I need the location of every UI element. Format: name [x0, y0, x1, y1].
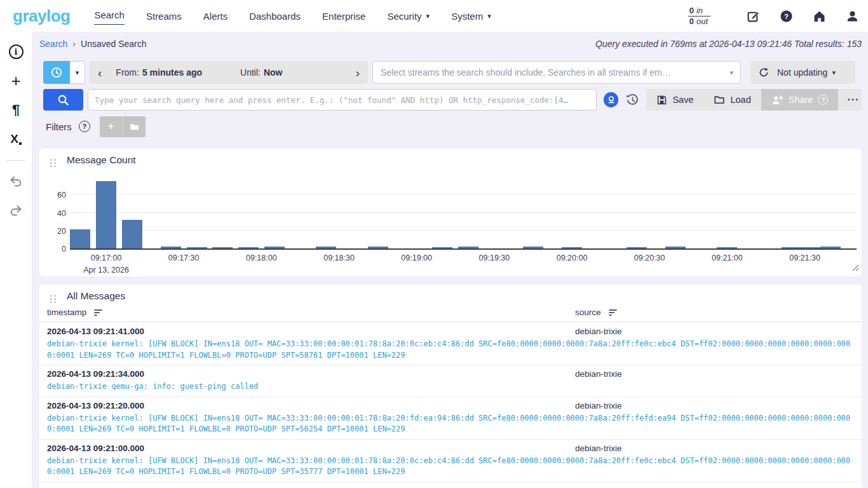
clock-icon	[50, 66, 63, 79]
info-icon[interactable]: i	[6, 42, 25, 61]
chart-bar[interactable]	[782, 247, 802, 248]
chart-bar[interactable]	[562, 247, 582, 248]
message-text: debian-trixie kernel: [UFW BLOCK] IN=ens…	[47, 339, 854, 361]
timerange-next-button[interactable]: ›	[356, 67, 360, 79]
timerange-button[interactable]	[43, 61, 70, 84]
refresh-interval-dropdown[interactable]: Not updating ▾	[777, 67, 836, 78]
folder-icon	[714, 94, 725, 105]
timerange-dropdown-button[interactable]: ▾	[70, 61, 85, 84]
graylog-logo[interactable]: graylog	[13, 6, 70, 26]
home-icon[interactable]	[812, 9, 826, 23]
search-button[interactable]	[43, 89, 83, 111]
x-tick-label: 09:20:30	[634, 254, 665, 262]
load-filter-button[interactable]	[123, 116, 146, 137]
fields-icon[interactable]: X	[6, 130, 25, 149]
message-row[interactable]: 2026-04-13 09:20:48.000 debian-trixie	[39, 482, 862, 488]
chart-bar[interactable]	[432, 247, 452, 248]
chart-gridline	[70, 194, 857, 194]
message-row[interactable]: 2026-04-13 09:21:20.000 debian-trixie ke…	[39, 397, 862, 440]
nav-system[interactable]: System▾	[451, 0, 491, 32]
redo-icon[interactable]	[6, 201, 25, 220]
chart-bar[interactable]	[264, 247, 285, 248]
message-row[interactable]: 2026-04-13 09:21:41.000 debian-trixie ke…	[39, 323, 862, 365]
chart-bar[interactable]	[665, 247, 686, 248]
drag-handle-icon[interactable]	[50, 295, 56, 304]
chart-bar[interactable]	[161, 247, 181, 248]
message-timestamp: 2026-04-13 09:20:48.000	[47, 486, 854, 488]
x-tick-label: 09:21:00	[712, 254, 743, 262]
nav-alerts[interactable]: Alerts	[203, 0, 227, 32]
y-tick-label: 60	[39, 191, 66, 200]
save-button[interactable]: Save	[646, 89, 703, 111]
timerange-display: ‹ From:5 minutes ago Until:Now ›	[90, 61, 368, 84]
chart-bar[interactable]	[212, 247, 233, 248]
widget-title: Message Count	[67, 154, 136, 166]
nav-search[interactable]: Search	[94, 0, 125, 32]
help-icon[interactable]: ?	[779, 9, 793, 23]
nav-security[interactable]: Security▾	[387, 0, 430, 32]
message-timestamp: 2026-04-13 09:21:00.000	[47, 444, 854, 454]
timerange-prev-button[interactable]: ‹	[98, 67, 102, 79]
throughput-indicator[interactable]: 0in 0out	[688, 6, 710, 27]
from-value: 5 minutes ago	[142, 67, 202, 78]
x-tick-label: 09:17:30	[168, 254, 200, 262]
add-filter-button[interactable]: +	[100, 116, 123, 137]
message-timestamp: 2026-04-13 09:21:34.000	[47, 369, 854, 379]
chart-bar[interactable]	[122, 220, 142, 248]
nav-dashboards[interactable]: Dashboards	[249, 0, 301, 32]
chart-bar[interactable]	[316, 247, 336, 248]
x-tick-label: 09:18:00	[246, 254, 277, 262]
query-status: Query executed in 769ms at 2026-04-13 09…	[595, 39, 862, 49]
chevron-down-icon: ▾	[426, 12, 430, 20]
chart-bar[interactable]	[523, 247, 543, 248]
query-history-icon[interactable]	[626, 93, 639, 107]
chart-bar[interactable]	[717, 247, 737, 248]
breadcrumb-search-link[interactable]: Search	[39, 39, 67, 49]
drag-handle-icon[interactable]	[50, 159, 56, 168]
breadcrumb-separator: ›	[72, 39, 76, 49]
column-header-timestamp[interactable]: timestamp	[47, 308, 102, 317]
sort-icon	[94, 309, 102, 316]
filters-help-icon[interactable]: ?	[79, 121, 90, 132]
edit-icon[interactable]	[746, 9, 760, 23]
chart-bar[interactable]	[800, 247, 820, 248]
formatting-icon[interactable]: ¶	[6, 100, 25, 119]
x-tick-label: 09:19:30	[479, 254, 510, 262]
main-content: Search › Unsaved Search Query executed i…	[32, 32, 868, 488]
stream-select-input[interactable]	[372, 61, 741, 84]
sidebar-divider	[6, 160, 25, 161]
search-controls-row: ▾ ‹ From:5 minutes ago Until:Now › ▾ Not…	[43, 61, 862, 84]
nav-streams[interactable]: Streams	[146, 0, 182, 32]
chart-bar[interactable]	[458, 247, 478, 248]
until-value: Now	[264, 67, 283, 78]
more-actions-button[interactable]: ···	[838, 89, 862, 111]
chart-bar[interactable]	[70, 229, 90, 248]
filters-label: Filters	[46, 121, 72, 132]
refresh-icon[interactable]	[750, 61, 777, 84]
undo-icon[interactable]	[6, 172, 25, 191]
user-icon[interactable]	[845, 9, 859, 23]
throughput-in-unit: in	[696, 6, 703, 15]
filter-buttons: +	[100, 116, 146, 137]
chart-plot	[70, 180, 857, 250]
resize-handle-icon[interactable]	[852, 262, 859, 274]
query-helper-icon[interactable]	[604, 92, 618, 107]
chevron-down-icon: ▾	[487, 12, 491, 20]
share-button[interactable]: Share ?	[761, 89, 839, 111]
message-row[interactable]: 2026-04-13 09:21:34.000 debian-trixie qe…	[39, 365, 862, 397]
load-button[interactable]: Load	[703, 89, 761, 111]
chart-bar[interactable]	[820, 247, 841, 248]
share-user-icon	[771, 95, 783, 105]
create-icon[interactable]: +	[6, 71, 25, 90]
column-header-source[interactable]: source	[575, 308, 617, 317]
chart-bar[interactable]	[96, 181, 116, 248]
message-row[interactable]: 2026-04-13 09:21:00.000 debian-trixie ke…	[39, 440, 862, 482]
chart-bar[interactable]	[627, 247, 647, 248]
chart-bar[interactable]	[368, 247, 388, 248]
query-input[interactable]	[88, 89, 597, 111]
nav-enterprise[interactable]: Enterprise	[322, 0, 365, 32]
chart-bar[interactable]	[238, 247, 259, 248]
query-row: Save Load Share ? ···	[43, 89, 862, 111]
chart-bar[interactable]	[187, 247, 207, 248]
left-sidebar: i + ¶ X	[0, 32, 32, 488]
